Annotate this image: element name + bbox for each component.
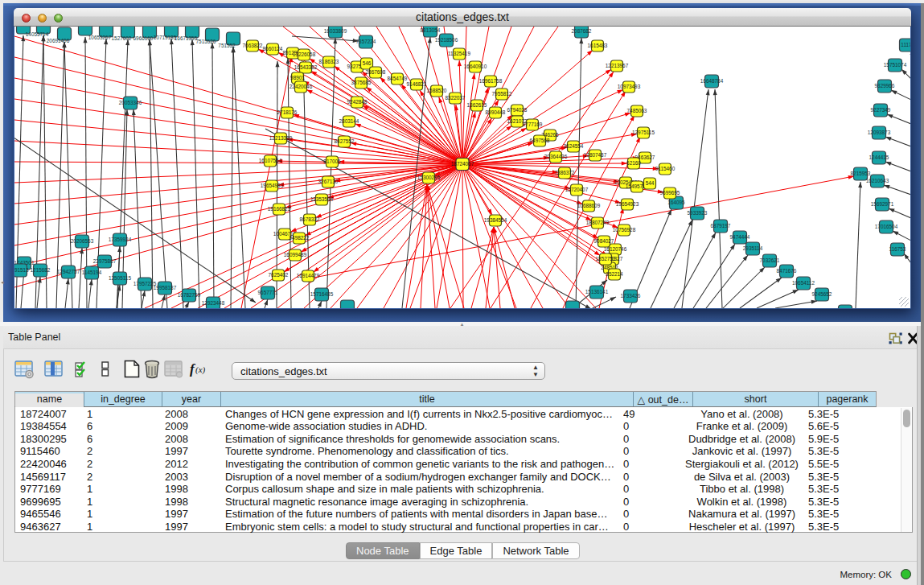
svg-text:16210643: 16210643 <box>866 178 889 183</box>
svg-text:8678332: 8678332 <box>300 216 320 222</box>
svg-text:1145194: 1145194 <box>82 270 102 275</box>
svg-text:23975867: 23975867 <box>93 258 117 264</box>
svg-text:1852753: 1852753 <box>596 256 616 262</box>
svg-text:12213389: 12213389 <box>269 135 293 141</box>
svg-text:3875685: 3875685 <box>351 80 372 85</box>
svg-text:16914479: 16914479 <box>297 273 320 278</box>
svg-text:16961758: 16961758 <box>479 78 503 84</box>
svg-text:7625402: 7625402 <box>269 272 289 278</box>
svg-text:1244415: 1244415 <box>869 154 889 160</box>
svg-text:6879197: 6879197 <box>711 223 731 229</box>
svg-text:1215682: 1215682 <box>31 267 51 273</box>
svg-text:16648784: 16648784 <box>700 78 724 84</box>
svg-text:20206553: 20206553 <box>71 238 94 244</box>
svg-text:14055714: 14055714 <box>26 31 49 37</box>
svg-text:16543382: 16543382 <box>294 64 318 70</box>
svg-text:9245652: 9245652 <box>812 291 832 297</box>
svg-text:9699695: 9699695 <box>660 190 680 196</box>
svg-text:12975115: 12975115 <box>632 130 655 135</box>
svg-text:20364436: 20364436 <box>544 154 568 159</box>
svg-text:20053346: 20053346 <box>119 100 142 105</box>
svg-text:8471676: 8471676 <box>777 268 797 274</box>
svg-text:7663822: 7663822 <box>243 43 263 48</box>
svg-text:6794028: 6794028 <box>507 107 528 113</box>
svg-text:10719185: 10719185 <box>154 35 177 40</box>
svg-text:12093873: 12093873 <box>868 130 891 135</box>
svg-text:(x): (x) <box>195 365 206 375</box>
svg-text:15692971: 15692971 <box>871 201 894 207</box>
svg-text:10653267: 10653267 <box>88 35 112 40</box>
svg-text:2803144: 2803144 <box>339 118 359 124</box>
svg-text:19218506: 19218506 <box>435 37 458 43</box>
svg-text:7515526: 7515526 <box>196 39 216 44</box>
svg-text:19384554: 19384554 <box>484 217 507 223</box>
svg-text:19654983: 19654983 <box>261 183 284 188</box>
svg-text:9657771: 9657771 <box>258 290 278 295</box>
svg-text:1733426: 1733426 <box>621 293 641 299</box>
svg-text:11325419: 11325419 <box>448 51 470 56</box>
svg-text:7485063: 7485063 <box>627 108 647 113</box>
svg-text:15751074: 15751074 <box>884 62 907 68</box>
svg-text:9242848: 9242848 <box>347 99 368 105</box>
svg-text:16640910: 16640910 <box>464 64 487 69</box>
svg-text:817006: 817006 <box>323 159 341 164</box>
svg-text:391513: 391513 <box>14 267 29 273</box>
svg-text:10756928: 10756928 <box>613 227 636 233</box>
svg-text:9498222: 9498222 <box>290 235 310 241</box>
svg-text:98901: 98901 <box>290 75 305 80</box>
svg-text:1588520: 1588520 <box>427 88 447 93</box>
svg-text:18807249: 18807249 <box>586 220 610 225</box>
svg-text:9146821: 9146821 <box>407 81 427 87</box>
svg-text:6966160: 6966160 <box>133 35 154 41</box>
svg-text:8990448: 8990448 <box>486 109 506 115</box>
svg-text:8427552: 8427552 <box>335 138 355 144</box>
svg-text:9115460: 9115460 <box>655 166 676 171</box>
svg-text:6497568: 6497568 <box>530 138 550 143</box>
svg-text:10973493: 10973493 <box>618 84 641 89</box>
svg-text:7032621: 7032621 <box>760 257 780 263</box>
svg-text:9084027: 9084027 <box>594 238 614 244</box>
svg-text:2935114: 2935114 <box>743 245 763 251</box>
svg-text:10688609: 10688609 <box>577 203 601 208</box>
svg-text:17359924: 17359924 <box>109 237 132 242</box>
svg-text:10807487: 10807487 <box>584 152 607 158</box>
svg-text:1362615: 1362615 <box>467 102 487 108</box>
svg-text:1117: 1117 <box>901 42 910 47</box>
svg-text:10654112: 10654112 <box>792 280 815 286</box>
svg-text:9777169: 9777169 <box>523 122 543 127</box>
svg-text:2087682: 2087682 <box>572 28 592 34</box>
svg-text:15300295: 15300295 <box>417 175 441 180</box>
svg-text:12505115: 12505115 <box>109 275 131 281</box>
svg-text:1527602: 1527602 <box>112 35 132 41</box>
svg-text:18724007: 18724007 <box>451 161 474 167</box>
svg-text:544: 544 <box>646 180 655 186</box>
svg-text:546: 546 <box>363 60 372 66</box>
svg-text:19958187: 19958187 <box>154 285 177 290</box>
svg-text:62160: 62160 <box>626 160 641 166</box>
svg-text:9227349: 9227349 <box>871 107 891 113</box>
svg-text:164095: 164095 <box>667 200 685 205</box>
svg-text:22420046: 22420046 <box>290 84 313 89</box>
svg-text:8322037: 8322037 <box>446 95 466 101</box>
svg-text:3267130: 3267130 <box>318 179 339 184</box>
svg-text:16099489: 16099489 <box>284 252 307 257</box>
svg-text:19654923: 19654923 <box>616 201 639 207</box>
svg-text:15720407: 15720407 <box>565 187 589 192</box>
svg-text:16107554: 16107554 <box>259 158 282 163</box>
svg-text:8454749: 8454749 <box>388 76 408 81</box>
svg-text:252214: 252214 <box>606 271 623 277</box>
svg-text:16671355: 16671355 <box>175 35 198 41</box>
svg-text:11353594: 11353594 <box>310 196 333 202</box>
svg-text:2867608: 2867608 <box>366 69 386 75</box>
svg-text:5933923: 5933923 <box>688 210 708 216</box>
svg-text:16033809: 16033809 <box>324 28 347 34</box>
svg-text:7357224: 7357224 <box>356 39 376 44</box>
svg-text:8186323: 8186323 <box>319 59 339 64</box>
svg-text:12942757: 12942757 <box>57 269 80 274</box>
svg-text:9329966: 9329966 <box>875 83 895 89</box>
svg-text:8813054: 8813054 <box>421 27 441 33</box>
svg-text:7955812: 7955812 <box>492 91 512 97</box>
svg-text:15716485: 15716485 <box>310 291 334 297</box>
svg-text:16782759: 16782759 <box>178 292 201 298</box>
svg-text:8660124: 8660124 <box>263 46 283 51</box>
